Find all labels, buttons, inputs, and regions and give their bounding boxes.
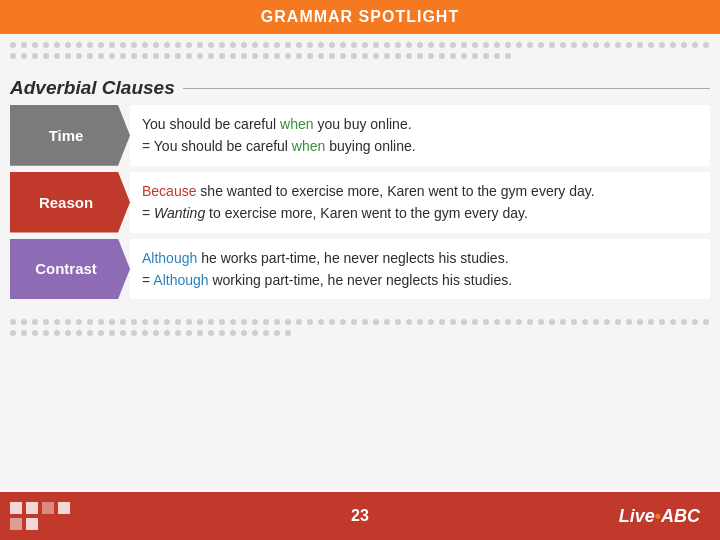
dot-decoration xyxy=(54,53,60,59)
dot-decoration xyxy=(263,319,269,325)
dot-decoration xyxy=(32,330,38,336)
dot-decoration xyxy=(87,53,93,59)
dot-decoration xyxy=(10,330,16,336)
dot-decoration xyxy=(197,53,203,59)
dot-decoration xyxy=(681,319,687,325)
dot-decoration xyxy=(307,53,313,59)
dot-decoration xyxy=(428,319,434,325)
footer-square xyxy=(10,502,22,514)
dot-decoration xyxy=(21,330,27,336)
dot-decoration xyxy=(21,53,27,59)
dot-decoration xyxy=(109,42,115,48)
dot-decoration xyxy=(703,319,709,325)
dot-decoration xyxy=(637,319,643,325)
dot-decoration xyxy=(516,319,522,325)
contrast-line2: = Although working part-time, he never n… xyxy=(142,269,698,291)
footer-squares xyxy=(10,502,70,530)
label-reason: Reason xyxy=(10,172,130,233)
dot-decoration xyxy=(241,42,247,48)
dot-decoration xyxy=(164,330,170,336)
dot-decoration xyxy=(461,42,467,48)
dot-decoration xyxy=(65,330,71,336)
dot-decoration xyxy=(175,53,181,59)
dot-decoration xyxy=(98,53,104,59)
dot-decoration xyxy=(21,42,27,48)
bottom-dot-pattern: (function() { const c = document.current… xyxy=(0,305,720,344)
dot-decoration xyxy=(43,42,49,48)
dot-decoration xyxy=(516,42,522,48)
dot-decoration xyxy=(626,42,632,48)
dot-decoration xyxy=(65,42,71,48)
dot-decoration xyxy=(362,53,368,59)
dot-decoration xyxy=(373,42,379,48)
dot-decoration xyxy=(230,319,236,325)
header-title: GRAMMAR SPOTLIGHT xyxy=(261,8,459,25)
page-number: 23 xyxy=(0,507,720,525)
dot-decoration xyxy=(76,53,82,59)
dot-decoration xyxy=(626,319,632,325)
clause-row-contrast: Contrast Although he works part-time, he… xyxy=(10,239,710,300)
dot-decoration xyxy=(472,319,478,325)
dot-decoration xyxy=(659,42,665,48)
dot-decoration xyxy=(483,42,489,48)
time-line1: You should be careful when you buy onlin… xyxy=(142,113,698,135)
dot-decoration xyxy=(329,319,335,325)
content-reason: Because she wanted to exercise more, Kar… xyxy=(130,172,710,233)
dot-decoration xyxy=(395,319,401,325)
dot-decoration xyxy=(65,53,71,59)
dot-decoration xyxy=(153,42,159,48)
dot-decoration xyxy=(241,53,247,59)
footer-logo: Live•ABC xyxy=(619,506,700,527)
dot-decoration xyxy=(417,319,423,325)
dot-decoration xyxy=(450,42,456,48)
dot-decoration xyxy=(351,42,357,48)
dot-decoration xyxy=(329,42,335,48)
dot-decoration xyxy=(439,53,445,59)
dot-decoration xyxy=(219,330,225,336)
dot-decoration xyxy=(263,330,269,336)
dot-decoration xyxy=(648,42,654,48)
dot-decoration xyxy=(43,319,49,325)
dot-decoration xyxy=(230,330,236,336)
dot-decoration xyxy=(131,53,137,59)
dot-decoration xyxy=(54,319,60,325)
dot-decoration xyxy=(76,319,82,325)
contrast-line1: Although he works part-time, he never ne… xyxy=(142,247,698,269)
dot-decoration xyxy=(197,319,203,325)
reason-line2: = Wanting to exercise more, Karen went t… xyxy=(142,202,698,224)
dot-decoration xyxy=(505,53,511,59)
dot-decoration xyxy=(285,330,291,336)
dot-decoration xyxy=(505,42,511,48)
dot-decoration xyxy=(142,319,148,325)
dot-decoration xyxy=(32,319,38,325)
dot-decoration xyxy=(131,330,137,336)
dot-decoration xyxy=(604,42,610,48)
dot-decoration xyxy=(296,319,302,325)
label-time: Time xyxy=(10,105,130,166)
dot-decoration xyxy=(285,319,291,325)
dot-decoration xyxy=(142,330,148,336)
dot-decoration xyxy=(384,42,390,48)
dot-decoration xyxy=(65,319,71,325)
dot-decoration xyxy=(505,319,511,325)
dot-decoration xyxy=(692,319,698,325)
dot-decoration xyxy=(395,42,401,48)
logo-text: Live•ABC xyxy=(619,506,700,527)
contrast-keyword2: Although xyxy=(153,272,208,288)
dot-decoration xyxy=(439,42,445,48)
dot-decoration xyxy=(483,53,489,59)
dot-decoration xyxy=(494,53,500,59)
dot-decoration xyxy=(32,53,38,59)
dot-decoration xyxy=(527,42,533,48)
dot-decoration xyxy=(175,330,181,336)
dot-decoration xyxy=(186,42,192,48)
content-contrast: Although he works part-time, he never ne… xyxy=(130,239,710,300)
dot-decoration xyxy=(142,42,148,48)
footer-square xyxy=(26,518,38,530)
dot-decoration xyxy=(186,330,192,336)
dot-decoration xyxy=(560,319,566,325)
dot-decoration xyxy=(681,42,687,48)
top-dot-pattern: (function() { const c = document.current… xyxy=(0,34,720,67)
contrast-keyword1: Although xyxy=(142,250,197,266)
dot-decoration xyxy=(175,42,181,48)
